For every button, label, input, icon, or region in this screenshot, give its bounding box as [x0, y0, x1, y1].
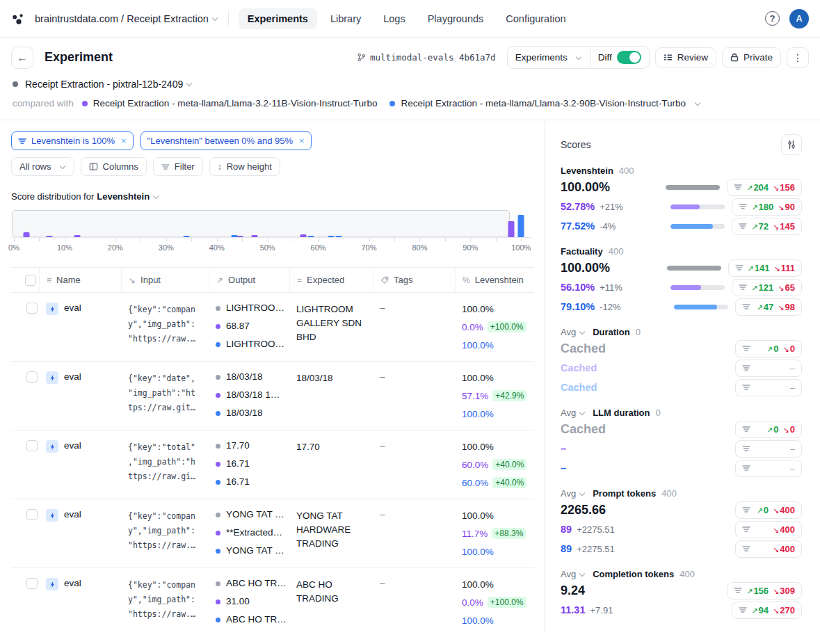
tab-library[interactable]: Library	[321, 8, 370, 29]
column-header-input[interactable]: ↘ Input	[121, 268, 209, 292]
filter-stat-button[interactable]: –	[735, 379, 802, 396]
review-button[interactable]: Review	[655, 47, 716, 67]
row-name-cell[interactable]: eval	[39, 440, 121, 494]
score-section: AvgPrompt tokens4002265.66↗0↘40089+2275.…	[561, 488, 802, 558]
row-name-cell[interactable]: eval	[39, 509, 121, 563]
filter-button[interactable]: Filter	[153, 157, 203, 176]
score-metric-row: Cached↗0↘0	[561, 339, 802, 358]
filter-stat-button[interactable]: ↘400	[735, 521, 802, 538]
help-icon[interactable]: ?	[765, 11, 780, 26]
tab-configuration[interactable]: Configuration	[497, 8, 574, 29]
column-label: Levenshtein	[475, 275, 524, 285]
score-line: 100.0%	[462, 303, 527, 315]
filter-stat-button[interactable]: ↗0↘0	[735, 340, 802, 357]
tab-logs[interactable]: Logs	[374, 8, 414, 29]
filter-chip-levenshtein-100[interactable]: Levenshtein is 100% ×	[11, 131, 134, 150]
review-label: Review	[677, 52, 708, 63]
row-height-label: Row height	[227, 161, 272, 172]
filter-stat-button[interactable]: ↗180↘90	[732, 198, 802, 216]
score-value: 11.7%	[462, 529, 488, 539]
column-header-tags[interactable]: Tags	[373, 268, 455, 292]
comparison-experiment-2[interactable]: Receipt Extraction - meta-llama/Llama-3.…	[389, 98, 701, 108]
series-dot	[216, 599, 220, 604]
avatar[interactable]: A	[789, 9, 809, 29]
filter-stat-button[interactable]: ↗47↘98	[735, 298, 802, 316]
axis-tick-label: 10%	[57, 243, 72, 252]
filter-stat-button[interactable]: –	[735, 360, 802, 377]
score-section: AvgLLM duration0Cached↗0↘0––––	[561, 408, 802, 478]
score-section-header: AvgDuration0	[561, 327, 802, 337]
row-checkbox[interactable]	[26, 509, 38, 520]
axis-tick	[521, 239, 522, 241]
back-button[interactable]: ←	[11, 47, 33, 69]
experiment-selector[interactable]: Receipt Extraction - pixtral-12b-2409	[0, 74, 820, 94]
score-name: Completion tokens	[593, 569, 674, 579]
arrow-down-right-icon: ↘	[129, 275, 136, 285]
score-section: AvgDuration0Cached↗0↘0Cached–Cached–	[561, 327, 802, 397]
column-header-name[interactable]: ≡ Name	[39, 268, 121, 292]
comparison-experiment-1[interactable]: Receipt Extraction - meta-llama/Llama-3.…	[82, 98, 378, 108]
more-options-button[interactable]: ⋮	[787, 47, 809, 68]
scores-settings-button[interactable]	[781, 134, 802, 155]
filter-icon	[742, 425, 750, 433]
tab-experiments[interactable]: Experiments	[239, 8, 317, 29]
tags-cell: –	[373, 303, 455, 357]
aggregation-dropdown[interactable]: Avg	[561, 488, 586, 499]
row-height-button[interactable]: ↕ Row height	[209, 157, 280, 176]
columns-button[interactable]: Columns	[81, 157, 147, 176]
private-button[interactable]: Private	[722, 47, 781, 67]
page-title: Experiment	[45, 50, 113, 65]
histogram-selection[interactable]	[12, 210, 510, 236]
aggregation-dropdown[interactable]: Avg	[561, 327, 586, 337]
filter-stat-button[interactable]: ↗0↘400	[735, 501, 802, 519]
metric-value: 79.10%	[561, 301, 595, 312]
commit-ref: multimodal-evals 4b61a7d	[357, 52, 496, 63]
decrease-count: ↘0	[783, 344, 795, 354]
breadcrumb[interactable]: braintrustdata.com / Receipt Extraction	[35, 13, 218, 24]
table-row: eval{"key":"company","img_path":"https:/…	[11, 568, 534, 634]
increase-count: ↗180	[751, 202, 773, 212]
metric-value: 9.24	[561, 583, 585, 598]
diff-toggle[interactable]	[617, 51, 641, 64]
increase-value: 47	[764, 302, 773, 312]
distribution-metric-dropdown[interactable]: Levenshtein	[97, 191, 150, 202]
filter-stat-button[interactable]: ↗121↘65	[732, 279, 802, 296]
row-checkbox[interactable]	[26, 578, 38, 589]
expected-cell: ABC HO TRADING	[289, 578, 373, 632]
row-name-cell[interactable]: eval	[39, 371, 121, 426]
row-checkbox[interactable]	[26, 371, 38, 383]
sliders-icon	[787, 140, 796, 150]
close-icon[interactable]: ×	[121, 136, 127, 146]
experiments-dropdown[interactable]: Experiments	[508, 47, 590, 68]
filter-stat-button[interactable]: ↗156↘309	[727, 582, 802, 599]
score-value: 100.0%	[462, 615, 494, 626]
histogram-bar	[252, 235, 258, 237]
filter-stat-button[interactable]: ↗72↘145	[732, 218, 802, 235]
row-checkbox[interactable]	[26, 440, 38, 451]
filter-stat-button[interactable]: ↗141↘111	[728, 259, 802, 277]
row-name-cell[interactable]: eval	[39, 303, 121, 357]
filter-stat-button[interactable]: ↗0↘0	[735, 421, 802, 438]
all-rows-dropdown[interactable]: All rows	[11, 157, 74, 176]
row-name-cell[interactable]: eval	[39, 578, 121, 632]
series-dot	[216, 375, 220, 380]
column-header-output[interactable]: ↗ Output	[209, 268, 289, 292]
filter-stat-button[interactable]: ↗94↘270	[732, 602, 802, 619]
filter-stat-button[interactable]: –	[735, 460, 802, 477]
score-metric-row: 89+2275.51↘400	[561, 539, 802, 558]
decrease-value: 98	[785, 302, 795, 312]
column-header-expected[interactable]: = Expected	[289, 268, 373, 292]
filter-stat-button[interactable]: –	[735, 440, 802, 458]
output-text: **Extracted…	[226, 527, 282, 538]
filter-stat-button[interactable]: ↘400	[735, 540, 802, 558]
filter-stat-button[interactable]: ↗204↘156	[727, 179, 802, 196]
filter-chip-levenshtein-range[interactable]: "Levenshtein" between 0% and 95% ×	[140, 131, 312, 150]
aggregation-dropdown[interactable]: Avg	[561, 408, 586, 418]
decrease-count: ↘65	[778, 282, 795, 293]
tab-playgrounds[interactable]: Playgrounds	[419, 8, 493, 29]
row-checkbox[interactable]	[26, 303, 38, 314]
close-icon[interactable]: ×	[299, 136, 305, 146]
aggregation-dropdown[interactable]: Avg	[561, 569, 586, 579]
select-all-checkbox[interactable]	[25, 275, 36, 286]
column-header-levenshtein[interactable]: % Levenshtein	[455, 268, 534, 292]
